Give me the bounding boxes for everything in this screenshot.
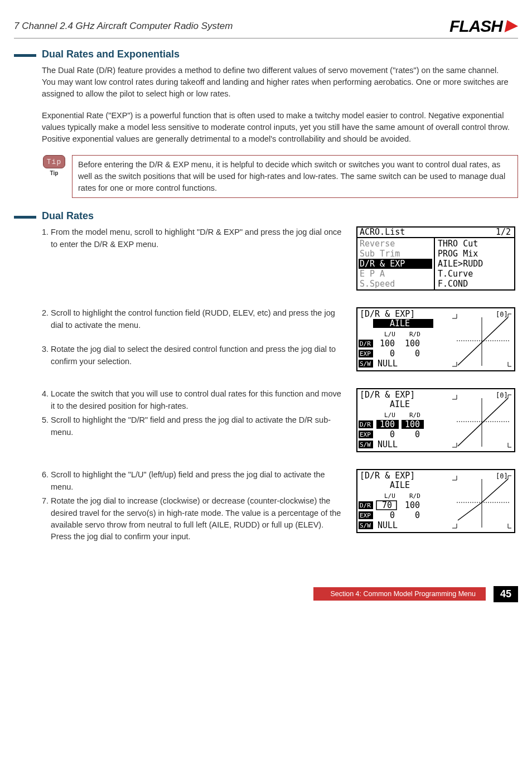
- step-line: 4. Locate the switch that you will use t…: [42, 388, 345, 412]
- lcd-item: F.COND: [438, 279, 468, 289]
- lcd-badge: [0]: [496, 311, 508, 318]
- lcd-value: 0: [415, 349, 420, 359]
- paragraph: Exponential Rate ("EXP") is a powerful f…: [42, 110, 512, 145]
- tip-text: Before entering the D/R & EXP menu, it i…: [72, 155, 518, 198]
- step-line: 6. Scroll to highlight the "L/U" (left/u…: [42, 469, 345, 493]
- step-block: 1. From the model menu, scroll to highli…: [42, 226, 515, 291]
- lcd-value: 70: [382, 500, 392, 510]
- lcd-title: [D/R & EXP]: [360, 471, 415, 481]
- lcd-value: 100: [405, 338, 420, 349]
- step-line: 2. Scroll to highlight the control funct…: [42, 307, 345, 331]
- step-text: 4. Locate the switch that you will use t…: [42, 388, 345, 441]
- lcd-item: Sub Trim: [360, 249, 400, 259]
- lcd-title: ACRO.List: [360, 227, 405, 237]
- lcd-value: 0: [415, 429, 420, 439]
- tip-badge-column: Tip Tip: [42, 155, 66, 176]
- lcd-row-label: EXP: [360, 512, 371, 519]
- footer-section-label: Section 4: Common Model Programming Menu: [313, 587, 486, 601]
- lcd-col-header: L/U: [384, 492, 395, 500]
- section-bar-icon: [14, 216, 36, 219]
- lcd-value: 0: [390, 510, 395, 520]
- lcd-col-header: L/U: [384, 412, 395, 419]
- lcd-channel: AILE: [390, 399, 410, 409]
- lcd-col-header: L/U: [384, 331, 395, 338]
- logo-text: FLASH: [449, 17, 502, 36]
- paragraph: The Dual Rate (D/R) feature provides a m…: [42, 65, 512, 100]
- lcd-value: 0: [390, 429, 395, 439]
- product-title: 7 Channel 2.4 GHz Aircraft Computer Radi…: [14, 21, 233, 32]
- step-line: 5. Scroll to highlight the "D/R" field a…: [42, 414, 345, 438]
- lcd-col-header: R/D: [409, 412, 420, 419]
- section-heading: Dual Rates: [42, 210, 94, 222]
- lcd-row-label: D/R: [360, 421, 371, 428]
- lcd-row-label: EXP: [360, 350, 371, 357]
- lcd-row-label: EXP: [360, 431, 371, 438]
- lcd-item: E P A: [360, 269, 385, 279]
- lcd-value: 100: [380, 419, 395, 429]
- lcd-value: NULL: [378, 439, 398, 449]
- lcd-row-label: D/R: [360, 502, 371, 509]
- step-block: 6. Scroll to highlight the "L/U" (left/u…: [42, 469, 515, 545]
- section-heading-row: Dual Rates and Exponentials: [14, 49, 518, 60]
- lcd-value: 0: [390, 349, 395, 359]
- lcd-row-label: D/R: [360, 340, 371, 347]
- step-text: 2. Scroll to highlight the control funct…: [42, 307, 345, 370]
- lcd-item: PROG Mix: [438, 249, 478, 259]
- tip-label: Tip: [50, 170, 59, 176]
- lcd-value: NULL: [378, 359, 398, 369]
- step-line: 7. Rotate the jog dial to increase (cloc…: [42, 495, 345, 543]
- page-header: 7 Channel 2.4 GHz Aircraft Computer Radi…: [14, 17, 518, 38]
- lcd-channel: AILE: [390, 318, 410, 328]
- step-block: 2. Scroll to highlight the control funct…: [42, 307, 515, 371]
- section-heading-row: Dual Rates: [14, 210, 518, 222]
- step-line: 1. From the model menu, scroll to highli…: [42, 226, 345, 250]
- lcd-item-selected: D/R & EXP: [360, 259, 405, 269]
- lcd-screenshot: [D/R & EXP] AILE [0] L/U R/D D/R 100 100…: [356, 388, 515, 452]
- lcd-row-label: S/W: [360, 441, 371, 448]
- lcd-screenshot: [D/R & EXP] AILE [0] L/U R/D D/R 70 100 …: [356, 469, 515, 533]
- lcd-value: 100: [405, 500, 420, 510]
- lcd-row-label: S/W: [360, 522, 371, 529]
- section-bar-icon: [14, 54, 36, 57]
- lcd-badge: [0]: [496, 391, 508, 399]
- lcd-item: THRO Cut: [438, 239, 478, 249]
- lcd-value: 0: [415, 510, 420, 520]
- lcd-screenshot: [D/R & EXP] AILE [0] L/U R/D D/R 100 100…: [356, 307, 515, 371]
- tip-callout: Tip Tip Before entering the D/R & EXP me…: [42, 155, 518, 198]
- brand-logo: FLASH: [449, 17, 518, 36]
- lcd-item: T.Curve: [438, 269, 473, 279]
- lcd-col-header: R/D: [409, 331, 420, 338]
- lcd-title: [D/R & EXP]: [360, 390, 415, 400]
- lcd-channel: AILE: [390, 480, 410, 490]
- step-block: 4. Locate the switch that you will use t…: [42, 388, 515, 452]
- lcd-item: S.Speed: [360, 279, 395, 289]
- page-footer: Section 4: Common Model Programming Menu…: [313, 586, 518, 602]
- lcd-col-header: R/D: [409, 492, 420, 500]
- lcd-value: 100: [405, 419, 420, 429]
- lcd-screenshot: ACRO.List 1/2 Reverse Sub Trim D/R & EXP…: [356, 226, 515, 291]
- step-line: 3. Rotate the jog dial to select the des…: [42, 344, 345, 367]
- lcd-title: [D/R & EXP]: [360, 309, 415, 319]
- lcd-row-label: S/W: [360, 360, 371, 367]
- lcd-badge: [0]: [496, 472, 508, 480]
- step-text: 6. Scroll to highlight the "L/U" (left/u…: [42, 469, 345, 545]
- lcd-page: 1/2: [496, 227, 511, 237]
- lcd-item: AILE>RUDD: [438, 259, 483, 269]
- step-text: 1. From the model menu, scroll to highli…: [42, 226, 345, 253]
- lcd-value: 100: [380, 338, 395, 349]
- section-heading: Dual Rates and Exponentials: [42, 49, 180, 60]
- lcd-value: NULL: [378, 520, 398, 530]
- footer-page-number: 45: [494, 586, 518, 602]
- lcd-item: Reverse: [360, 239, 395, 249]
- logo-triangle-icon: [505, 20, 520, 32]
- tip-badge-icon: Tip: [43, 155, 65, 168]
